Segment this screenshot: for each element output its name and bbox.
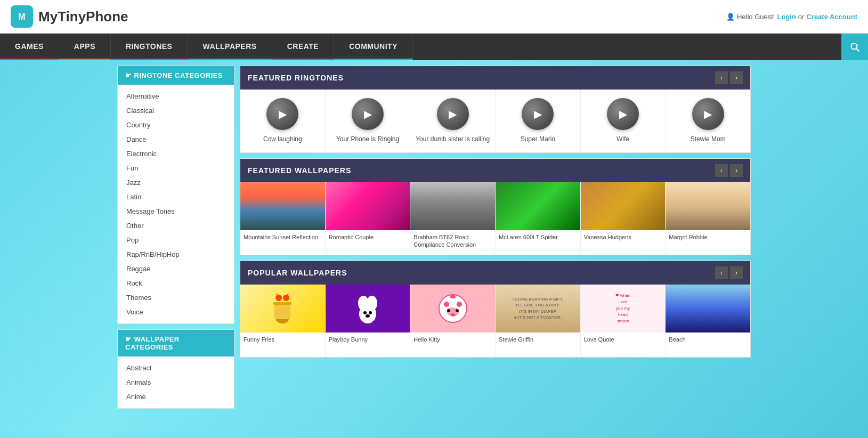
wallpaper-name-2: Brabham BT62 Road Compliance Conversion [410,230,495,255]
wallpaper-item-3[interactable]: McLaren 600LT Spider [496,182,581,255]
popular-name-5: Beach [666,332,750,357]
ringtones-prev-button[interactable]: ‹ [715,71,728,84]
sidebar-item-classical[interactable]: Classical [118,103,234,118]
sidebar: ☛ RINGTONE CATEGORIES Alternative Classi… [117,66,234,414]
sidebar-item-message-tones[interactable]: Message Tones [118,204,234,218]
play-button-5[interactable]: ▶ [692,98,724,130]
sidebar-item-jazz[interactable]: Jazz [118,175,234,190]
featured-ringtones-title: FEATURED RINGTONES [248,74,344,82]
wallpaper-thumb-1 [326,182,410,230]
popular-wallpapers-section: POPULAR WALLPAPERS ‹ › [240,261,751,358]
wallpaper-thumb-3 [496,182,580,230]
sidebar-item-alternative[interactable]: Alternative [118,89,234,103]
popular-item-5[interactable]: Beach [666,285,750,357]
popular-item-4[interactable]: ❤ wheni seeyou myheartsmiles Love Quote [581,285,666,357]
wallpaper-categories-title: ☛ WALLPAPER CATEGORIES [118,330,234,356]
user-icon: 👤 [726,13,735,21]
popular-item-0[interactable]: Funny Fries [240,285,326,357]
nav-community[interactable]: COMMUNITY [334,34,413,60]
wallpaper-item-5[interactable]: Margot Robbie [666,182,750,255]
popular-prev-button[interactable]: ‹ [715,266,728,279]
popular-item-2[interactable]: Hello Kitty [410,285,496,357]
wallpaper-name-0: Mountains Sunset Reflection [240,230,325,255]
svg-rect-24 [450,295,456,298]
ringtone-item-4[interactable]: ▶ Wife [581,90,666,152]
or-separator: or [798,13,805,21]
popular-item-1[interactable]: Playboy Bunny [326,285,411,357]
header-auth: 👤 Hello Guest! Login or Create Account [726,13,857,21]
svg-point-18 [444,302,449,307]
wallpaper-thumb-0 [240,182,325,230]
ringtone-item-5[interactable]: ▶ Stewie Mom [666,90,750,152]
sidebar-item-latin[interactable]: Latin [118,190,234,204]
ringtone-categories-section: ☛ RINGTONE CATEGORIES Alternative Classi… [117,66,234,324]
search-button[interactable] [841,34,868,60]
ringtone-categories-label: ☛ RINGTONE CATEGORIES [125,71,223,79]
ringtone-item-2[interactable]: ▶ Your dumb sister is calling [410,90,496,152]
sidebar-item-reggae[interactable]: Reggae [118,262,234,276]
wallpapers-prev-button[interactable]: ‹ [715,164,728,177]
ringtones-next-button[interactable]: › [730,71,743,84]
wallpaper-item-2[interactable]: Brabham BT62 Road Compliance Conversion [410,182,496,255]
ringtone-name-0: Cow laughing [245,135,321,144]
wallpapers-next-button[interactable]: › [730,164,743,177]
nav-apps[interactable]: APPS [59,34,111,60]
sidebar-item-fun[interactable]: Fun [118,161,234,175]
sidebar-item-country[interactable]: Country [118,118,234,132]
sidebar-item-pop[interactable]: Pop [118,233,234,247]
popular-thumb-5 [666,285,750,332]
wallpaper-categories-section: ☛ WALLPAPER CATEGORIES Abstract Animals … [117,329,234,409]
wallpaper-thumb-5 [666,182,750,230]
wallpaper-categories-list: Abstract Animals Anime [118,356,234,408]
site-title: MyTinyPhone [38,9,128,25]
nav-wallpapers[interactable]: WALLPAPERS [188,34,272,60]
nav-ringtones[interactable]: RINGTONES [111,34,188,60]
svg-rect-5 [274,303,290,319]
wallpaper-item-1[interactable]: Romantic Couple [326,182,411,255]
play-button-1[interactable]: ▶ [352,98,384,130]
content-area: FEATURED RINGTONES ‹ › ▶ Cow laughing ▶ … [240,66,751,414]
play-button-0[interactable]: ▶ [266,98,298,130]
sidebar-item-rap[interactable]: Rap/RnB/HipHop [118,247,234,262]
nav-create[interactable]: CREATE [272,34,335,60]
ringtone-name-4: Wife [585,135,661,144]
sidebar-item-themes[interactable]: Themes [118,290,234,305]
sidebar-item-anime[interactable]: Anime [118,390,234,404]
play-button-4[interactable]: ▶ [607,98,639,130]
ringtone-name-1: Your Phone is Ringing [330,135,406,144]
login-link[interactable]: Login [777,13,796,21]
sidebar-item-voice[interactable]: Voice [118,305,234,319]
nav-games[interactable]: GAMES [0,34,59,60]
sidebar-item-abstract[interactable]: Abstract [118,361,234,375]
wallpaper-item-0[interactable]: Mountains Sunset Reflection [240,182,326,255]
featured-wallpapers-header: FEATURED WALLPAPERS ‹ › [240,159,750,182]
create-account-link[interactable]: Create Account [806,13,857,21]
svg-point-23 [450,313,456,317]
ringtone-item-0[interactable]: ▶ Cow laughing [240,90,326,152]
sidebar-item-other[interactable]: Other [118,218,234,233]
sidebar-item-dance[interactable]: Dance [118,132,234,147]
ringtone-categories-title: ☛ RINGTONE CATEGORIES [118,66,234,85]
svg-point-21 [447,309,450,312]
ringtone-item-3[interactable]: ▶ Super Mario [496,90,581,152]
popular-next-button[interactable]: › [730,266,743,279]
sidebar-item-rock[interactable]: Rock [118,276,234,290]
ringtones-nav-buttons: ‹ › [715,71,743,84]
play-button-3[interactable]: ▶ [522,98,554,130]
sidebar-item-animals[interactable]: Animals [118,375,234,390]
svg-point-15 [369,311,372,314]
greeting-text: Hello Guest! [737,13,775,21]
logo-area: M MyTinyPhone [11,5,128,28]
wallpaper-name-3: McLaren 600LT Spider [496,230,580,255]
popular-item-3[interactable]: I COME BEARING A GIFT,I'LL GIVE YOU A HI… [496,285,581,357]
svg-rect-6 [273,302,291,305]
wallpaper-item-4[interactable]: Vanessa Hudgens [581,182,666,255]
sidebar-item-electronic[interactable]: Electronic [118,147,234,161]
ringtone-item-1[interactable]: ▶ Your Phone is Ringing [326,90,411,152]
popular-name-0: Funny Fries [240,332,325,357]
popular-thumb-3: I COME BEARING A GIFT,I'LL GIVE YOU A HI… [496,285,580,332]
ringtone-categories-list: Alternative Classical Country Dance Elec… [118,85,234,323]
popular-name-2: Hello Kitty [410,332,495,357]
play-button-2[interactable]: ▶ [437,98,469,130]
popular-name-4: Love Quote [581,332,666,357]
